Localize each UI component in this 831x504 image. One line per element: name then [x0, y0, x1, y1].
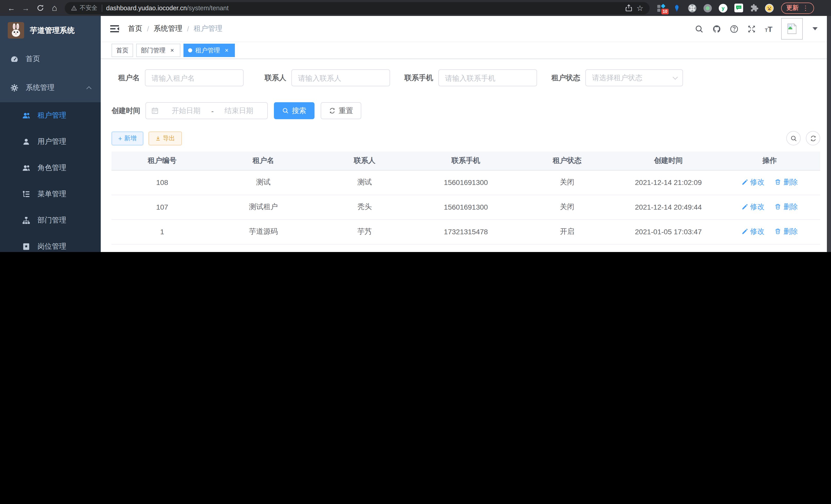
bookmark-star-icon[interactable]: ☆	[636, 3, 643, 12]
sidebar-item-tenant[interactable]: 租户管理	[0, 102, 101, 128]
delete-link[interactable]: 删除	[775, 227, 798, 236]
refresh-button[interactable]	[806, 131, 820, 145]
browser-forward-button[interactable]: →	[20, 2, 32, 14]
dashboard-icon	[10, 55, 19, 63]
gear-icon	[10, 84, 19, 92]
top-navbar: 首页 / 系统管理 / 租户管理 TT	[101, 16, 831, 41]
refresh-icon	[810, 135, 816, 142]
svg-text:y: y	[721, 5, 725, 11]
delete-link[interactable]: 删除	[775, 202, 798, 212]
profile-avatar-icon[interactable]	[765, 3, 774, 12]
extension-blocks-icon[interactable]: 10	[657, 3, 666, 12]
avatar-caret-icon[interactable]	[812, 27, 818, 30]
sidebar-item-home[interactable]: 首页	[0, 45, 101, 73]
close-icon[interactable]: ×	[223, 47, 230, 54]
export-button[interactable]: 导出	[148, 131, 182, 145]
search-button-label: 搜索	[292, 106, 306, 115]
tab-home[interactable]: 首页	[112, 44, 133, 57]
app-logo[interactable]: 芋道管理系统	[0, 16, 101, 45]
edit-link[interactable]: 修改	[741, 227, 765, 236]
refresh-icon	[329, 108, 336, 114]
font-size-small-t: T	[765, 28, 768, 33]
tab-tenant[interactable]: 租户管理 ×	[183, 44, 235, 57]
tab-label: 首页	[116, 46, 128, 55]
cell-mobile: 15601691300	[415, 195, 516, 219]
edit-link[interactable]: 修改	[741, 178, 765, 187]
search-button[interactable]: 搜索	[274, 102, 315, 119]
cell-tenant-name: 测试	[213, 170, 314, 195]
cell-contact: 秃头	[314, 195, 415, 219]
breadcrumb-system[interactable]: 系统管理	[154, 24, 182, 33]
sidebar-item-label: 菜单管理	[37, 189, 91, 199]
address-bar[interactable]: 不安全 dashboard.yudao.iocoder.cn/system/te…	[65, 2, 650, 14]
browser-update-button[interactable]: 更新 ⋮	[781, 2, 814, 13]
hide-search-button[interactable]	[786, 131, 801, 145]
cell-contact: 测试	[314, 170, 415, 195]
date-end-placeholder: 结束日期	[216, 106, 262, 115]
tenant-name-input[interactable]	[145, 69, 243, 86]
delete-link[interactable]: 删除	[775, 178, 798, 187]
browser-scrollbar[interactable]	[827, 16, 831, 252]
date-start-placeholder: 开始日期	[163, 106, 209, 115]
tags-view-bar: 首页 部门管理 × 租户管理 ×	[101, 41, 831, 59]
search-icon	[790, 135, 797, 142]
close-icon[interactable]: ×	[169, 47, 176, 54]
status-select[interactable]: 请选择租户状态	[585, 69, 683, 86]
sidebar-toggle-icon[interactable]	[110, 24, 120, 34]
browser-reload-button[interactable]	[34, 2, 46, 14]
extension-command-icon[interactable]	[688, 3, 697, 12]
trash-icon	[775, 228, 781, 235]
contact-input[interactable]	[291, 69, 390, 86]
browser-back-button[interactable]: ←	[5, 2, 18, 14]
extension-chat-icon[interactable]	[734, 3, 743, 12]
cell-actions: 修改 删除	[719, 195, 820, 219]
col-mobile: 联系手机	[415, 152, 516, 170]
add-button[interactable]: + 新增	[112, 131, 143, 145]
screen: ← → ⌂ 不安全 dashboard.yudao.iocoder.cn/sys…	[0, 0, 831, 252]
sidebar-item-dept[interactable]: 部门管理	[0, 207, 101, 233]
cell-tenant-id: 108	[112, 170, 213, 195]
warning-icon	[71, 5, 77, 11]
extensions-puzzle-icon[interactable]	[749, 3, 758, 12]
pencil-icon	[741, 228, 748, 235]
sidebar-item-menu[interactable]: 菜单管理	[0, 181, 101, 207]
cell-tenant-name: 测试租户	[213, 195, 314, 219]
tab-dept[interactable]: 部门管理 ×	[136, 44, 180, 57]
col-contact: 联系人	[314, 152, 415, 170]
reset-button[interactable]: 重置	[321, 102, 361, 119]
filter-row-2: 创建时间 开始日期 - 结束日期 搜索 重置	[112, 102, 820, 119]
share-icon[interactable]	[625, 4, 632, 12]
browser-menu-icon[interactable]: ⋮	[802, 4, 809, 12]
browser-home-button[interactable]: ⌂	[48, 2, 61, 14]
create-time-label: 创建时间	[112, 106, 145, 115]
breadcrumb-home[interactable]: 首页	[128, 24, 142, 33]
sidebar-item-system[interactable]: 系统管理	[0, 73, 101, 102]
extension-record-icon[interactable]	[703, 3, 712, 12]
cell-mobile: 17321315478	[415, 219, 516, 244]
security-status[interactable]: 不安全	[71, 4, 97, 12]
sidebar-item-user[interactable]: 用户管理	[0, 128, 101, 155]
extension-kite-icon[interactable]	[672, 3, 682, 12]
tenant-name-label: 租户名	[112, 73, 145, 83]
back-icon: ←	[7, 4, 15, 12]
cell-status: 关闭	[516, 195, 618, 219]
font-size-icon[interactable]: TT	[765, 24, 772, 33]
github-icon[interactable]	[713, 24, 721, 33]
table-row: 108 测试 测试 15601691300 关闭 2021-12-14 21:0…	[112, 170, 820, 195]
sidebar-item-role[interactable]: 角色管理	[0, 155, 101, 181]
extension-yuque-icon[interactable]: y	[718, 3, 728, 12]
edit-link[interactable]: 修改	[741, 202, 765, 212]
tab-label: 租户管理	[195, 46, 220, 55]
date-range-picker[interactable]: 开始日期 - 结束日期	[145, 102, 268, 119]
tree-menu-icon	[22, 190, 30, 198]
user-avatar[interactable]	[781, 18, 803, 39]
help-icon[interactable]	[730, 24, 739, 33]
mobile-input[interactable]	[438, 69, 537, 86]
fullscreen-icon[interactable]	[747, 24, 756, 33]
cell-created: 2021-01-05 17:03:47	[618, 219, 719, 244]
add-button-label: 新增	[124, 134, 137, 143]
sidebar-item-post[interactable]: 岗位管理	[0, 233, 101, 252]
sidebar: 芋道管理系统 首页 系统管理 租户管理 用户管理	[0, 16, 101, 252]
col-status: 租户状态	[516, 152, 618, 170]
search-icon[interactable]	[695, 24, 704, 33]
